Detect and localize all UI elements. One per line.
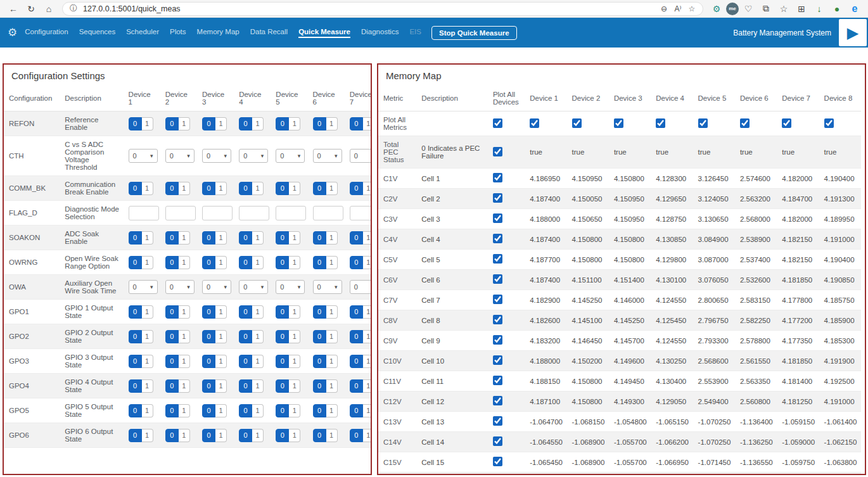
- toggle-option-1[interactable]: 1: [215, 355, 227, 368]
- toggle-option-1[interactable]: 1: [326, 256, 338, 269]
- toggle-gpo2-device-5[interactable]: 01: [276, 330, 300, 343]
- toggle-option-1[interactable]: 1: [326, 330, 338, 343]
- toggle-option-1[interactable]: 1: [215, 182, 227, 195]
- toggle-option-1[interactable]: 1: [215, 429, 227, 442]
- toggle-option-0[interactable]: 0: [129, 429, 142, 442]
- toggle-gpo6-device-5[interactable]: 01: [276, 429, 300, 442]
- toggle-option-1[interactable]: 1: [215, 379, 227, 393]
- toggle-option-0[interactable]: 0: [276, 330, 289, 343]
- home-icon[interactable]: ⌂: [41, 1, 57, 16]
- toggle-option-1[interactable]: 1: [326, 429, 338, 442]
- toggle-option-0[interactable]: 0: [350, 117, 363, 130]
- toggle-option-0[interactable]: 0: [165, 117, 179, 130]
- toggle-owrng-device-1[interactable]: 01: [129, 256, 153, 269]
- toggle-option-1[interactable]: 1: [289, 182, 300, 195]
- toggle-option-0[interactable]: 0: [239, 330, 252, 343]
- toggle-gpo2-device-6[interactable]: 01: [313, 330, 338, 343]
- toggle-gpo5-device-4[interactable]: 01: [239, 404, 264, 417]
- toggle-gpo4-device-2[interactable]: 01: [165, 379, 190, 393]
- toggle-option-1[interactable]: 1: [142, 404, 153, 417]
- toggle-gpo5-device-1[interactable]: 01: [129, 404, 153, 417]
- toggle-option-0[interactable]: 0: [350, 256, 363, 269]
- toggle-option-1[interactable]: 1: [289, 256, 300, 269]
- plot-checkbox-c10v[interactable]: [493, 355, 502, 365]
- toggle-soakon-device-1[interactable]: 01: [129, 231, 153, 245]
- plant-extension-icon[interactable]: ●: [829, 1, 845, 16]
- toggle-option-0[interactable]: 0: [313, 355, 326, 368]
- toggle-option-1[interactable]: 1: [252, 117, 264, 130]
- plot-checkbox-c1v[interactable]: [493, 173, 502, 182]
- toggle-option-0[interactable]: 0: [276, 355, 289, 368]
- refresh-icon[interactable]: ↻: [23, 1, 39, 16]
- toggle-option-0[interactable]: 0: [239, 182, 252, 195]
- toggle-option-1[interactable]: 1: [326, 379, 338, 393]
- toggle-option-1[interactable]: 1: [326, 231, 338, 245]
- toggle-option-0[interactable]: 0: [239, 256, 252, 269]
- toggle-soakon-device-2[interactable]: 01: [165, 231, 190, 245]
- plot-checkbox-plot-all-metrics[interactable]: [493, 118, 502, 128]
- toggle-option-1[interactable]: 1: [289, 117, 300, 130]
- toggle-owrng-device-7[interactable]: 01: [350, 256, 372, 269]
- toggle-option-0[interactable]: 0: [165, 429, 179, 442]
- toggle-gpo5-device-6[interactable]: 01: [313, 404, 338, 417]
- input-flag_d-device-7[interactable]: [350, 206, 372, 220]
- plot-all-device-7-checkbox[interactable]: [782, 118, 791, 128]
- input-flag_d-device-1[interactable]: [129, 206, 159, 220]
- input-flag_d-device-6[interactable]: [313, 206, 343, 220]
- nav-item-configuration[interactable]: Configuration: [25, 28, 68, 38]
- toggle-option-0[interactable]: 0: [313, 117, 326, 130]
- toggle-gpo1-device-5[interactable]: 01: [276, 305, 300, 319]
- toggle-option-1[interactable]: 1: [142, 330, 153, 343]
- toggle-option-0[interactable]: 0: [313, 256, 326, 269]
- toggle-option-0[interactable]: 0: [239, 379, 252, 393]
- toggle-option-0[interactable]: 0: [129, 404, 142, 417]
- plot-checkbox-c7v[interactable]: [493, 295, 502, 304]
- toggle-soakon-device-5[interactable]: 01: [276, 231, 300, 245]
- toggle-option-0[interactable]: 0: [129, 182, 142, 195]
- toggle-option-1[interactable]: 1: [289, 355, 300, 368]
- toggle-comm_bk-device-7[interactable]: 01: [350, 182, 372, 195]
- toggle-option-0[interactable]: 0: [313, 231, 326, 245]
- toggle-owrng-device-6[interactable]: 01: [313, 256, 338, 269]
- nav-item-memory-map[interactable]: Memory Map: [197, 28, 239, 38]
- downloads-icon[interactable]: ↓: [811, 1, 827, 16]
- toggle-option-0[interactable]: 0: [313, 182, 326, 195]
- toggle-option-1[interactable]: 1: [252, 355, 264, 368]
- toggle-option-0[interactable]: 0: [129, 355, 142, 368]
- favorites-bar-icon[interactable]: ☆: [775, 1, 792, 16]
- plot-checkbox-c13v[interactable]: [493, 416, 502, 426]
- toggle-option-0[interactable]: 0: [202, 182, 215, 195]
- toggle-option-1[interactable]: 1: [142, 429, 153, 442]
- toggle-gpo6-device-4[interactable]: 01: [239, 429, 264, 442]
- toggle-option-1[interactable]: 1: [252, 404, 264, 417]
- toggle-option-1[interactable]: 1: [363, 429, 372, 442]
- select-owa-device-3[interactable]: 0▾: [202, 280, 231, 294]
- toggle-gpo3-device-1[interactable]: 01: [129, 355, 153, 368]
- toggle-option-1[interactable]: 1: [215, 231, 227, 245]
- collections-icon[interactable]: ⊞: [793, 1, 810, 16]
- toggle-gpo5-device-7[interactable]: 01: [350, 404, 372, 417]
- toggle-gpo6-device-7[interactable]: 01: [350, 429, 372, 442]
- plot-checkbox-c15v[interactable]: [493, 457, 502, 466]
- toggle-gpo6-device-2[interactable]: 01: [165, 429, 190, 442]
- toggle-gpo1-device-2[interactable]: 01: [165, 305, 190, 319]
- toggle-option-0[interactable]: 0: [165, 330, 179, 343]
- toggle-gpo6-device-1[interactable]: 01: [129, 429, 153, 442]
- select-owa-device-4[interactable]: 0▾: [239, 280, 268, 294]
- toggle-option-0[interactable]: 0: [239, 355, 252, 368]
- toggle-option-1[interactable]: 1: [363, 404, 372, 417]
- back-icon[interactable]: ←: [5, 1, 22, 16]
- plot-all-device-4-checkbox[interactable]: [656, 118, 665, 128]
- toggle-option-1[interactable]: 1: [363, 305, 372, 319]
- toggle-option-1[interactable]: 1: [289, 379, 300, 393]
- toggle-option-1[interactable]: 1: [289, 429, 300, 442]
- plot-all-device-2-checkbox[interactable]: [572, 118, 582, 128]
- input-flag_d-device-5[interactable]: [276, 206, 306, 220]
- toggle-option-1[interactable]: 1: [179, 231, 190, 245]
- toggle-comm_bk-device-2[interactable]: 01: [165, 182, 190, 195]
- toggle-option-0[interactable]: 0: [239, 305, 252, 319]
- toggle-gpo3-device-4[interactable]: 01: [239, 355, 264, 368]
- toggle-option-0[interactable]: 0: [165, 182, 179, 195]
- select-owa-device-7[interactable]: 0▾: [350, 280, 372, 294]
- select-owa-device-1[interactable]: 0▾: [129, 280, 158, 294]
